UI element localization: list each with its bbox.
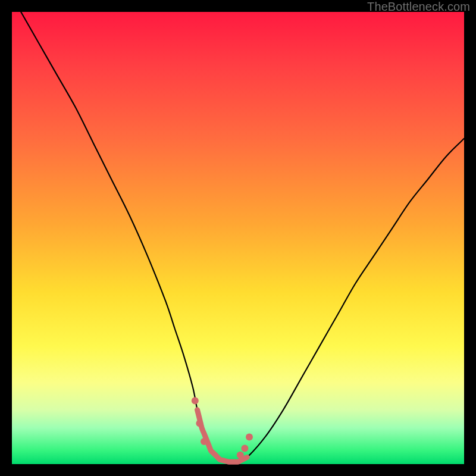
- chart-canvas: [12, 12, 464, 464]
- curve-marker-dot: [192, 397, 199, 405]
- curve-marker-dot: [246, 433, 253, 440]
- curve-marker-dot: [237, 452, 244, 459]
- curve-marker-dot: [201, 438, 208, 445]
- bottleneck-curve: [21, 12, 464, 462]
- curve-marker-dot: [196, 420, 203, 427]
- watermark-text: TheBottleneck.com: [367, 0, 470, 14]
- curve-marker-dot: [241, 444, 248, 452]
- chart-svg: [12, 12, 464, 464]
